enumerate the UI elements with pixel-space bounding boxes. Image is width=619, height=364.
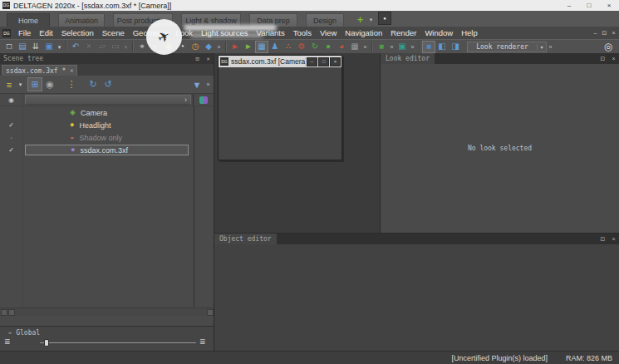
- document-window[interactable]: DG ssdax.com.3xf [Camera] – □ ×: [218, 55, 342, 160]
- minimize-icon[interactable]: –: [559, 0, 579, 11]
- refresh-icon[interactable]: ↻: [86, 77, 101, 91]
- rotate-tool-icon[interactable]: ↻: [308, 41, 322, 53]
- collapse-icon[interactable]: =: [8, 330, 12, 337]
- mouse-mode-icon[interactable]: ⌖: [135, 41, 149, 53]
- menu-scene[interactable]: Scene: [98, 28, 129, 37]
- maximize-icon[interactable]: □: [579, 0, 599, 11]
- panel-title[interactable]: Object editor: [214, 234, 277, 244]
- close-panel-icon[interactable]: ×: [608, 234, 619, 244]
- scene-tree-tab[interactable]: ssdax.com.3xf * ×: [2, 65, 77, 76]
- tree-row-headlight[interactable]: ✓ ● Headlight: [0, 119, 214, 131]
- float-panel-icon[interactable]: ⊡: [597, 54, 608, 64]
- menu-file[interactable]: File: [14, 28, 35, 37]
- render-target-icon[interactable]: ◎: [600, 40, 617, 53]
- gauge-tool-icon[interactable]: ◔: [175, 41, 189, 53]
- globe-edit-icon[interactable]: ◉: [42, 77, 57, 91]
- new-file-icon[interactable]: □: [2, 41, 16, 53]
- world-mode-icon[interactable]: ◐: [149, 41, 162, 53]
- comment-tool-icon[interactable]: ◆: [202, 41, 215, 53]
- close-panel-icon[interactable]: ×: [203, 54, 214, 64]
- close-icon[interactable]: ×: [330, 57, 341, 66]
- sphere-tool-icon[interactable]: ●: [322, 41, 335, 53]
- open-folder-icon[interactable]: ▤: [16, 41, 29, 53]
- menu-view[interactable]: View: [316, 28, 341, 37]
- snap-tool-icon[interactable]: ◉: [162, 41, 175, 53]
- overflow-icon[interactable]: »: [388, 41, 395, 53]
- panel-title[interactable]: Look editor: [381, 53, 435, 64]
- add-tab-caret-icon[interactable]: ▾: [367, 13, 375, 26]
- menu-edit[interactable]: Edit: [35, 28, 56, 37]
- overflow-icon[interactable]: »: [547, 41, 554, 53]
- adjust-tool-icon[interactable]: ⚙: [295, 41, 308, 53]
- cube-green-tool-icon[interactable]: ■: [375, 41, 388, 53]
- overflow-icon[interactable]: »: [215, 41, 223, 53]
- menu-render[interactable]: Render: [386, 28, 420, 37]
- quick-access-button[interactable]: ●: [378, 12, 391, 25]
- menu-geometry[interactable]: Geometry: [129, 28, 172, 37]
- save-icon[interactable]: ▣: [42, 41, 56, 53]
- viewport-area[interactable]: DG ssdax.com.3xf [Camera] – □ ×: [214, 53, 381, 233]
- maximize-icon[interactable]: □: [318, 57, 329, 66]
- horizontal-scrollbar[interactable]: [0, 307, 214, 316]
- tree-column-header[interactable]: ›: [25, 95, 191, 105]
- timeline-slider-handle[interactable]: [44, 339, 49, 347]
- box-teal-tool-icon[interactable]: ▣: [395, 41, 409, 53]
- mdi-minimize-icon[interactable]: –: [592, 28, 599, 38]
- timeline-track[interactable]: [40, 342, 196, 343]
- add-tab-button[interactable]: +: [354, 13, 366, 26]
- tab-post-production[interactable]: Post production: [113, 13, 173, 27]
- display-mode-icon[interactable]: ≡: [2, 77, 17, 91]
- minimize-icon[interactable]: –: [307, 57, 317, 66]
- expand-nodes-icon[interactable]: ⋮: [64, 77, 79, 91]
- translate-tool-icon[interactable]: ►: [242, 41, 255, 53]
- close-panel-icon[interactable]: ×: [608, 54, 619, 64]
- tab-design[interactable]: Design: [306, 13, 344, 27]
- visibility-checkbox[interactable]: ✓: [0, 121, 22, 129]
- scrollbar-button[interactable]: [207, 309, 214, 316]
- menu-help[interactable]: Help: [457, 28, 482, 37]
- look-renderer-dropdown[interactable]: Look renderer ▾: [467, 42, 547, 52]
- hierarchy-view-icon[interactable]: ⊞: [27, 77, 42, 91]
- material-ball-tool-icon[interactable]: ◕: [335, 41, 348, 53]
- keyframe-list-icon[interactable]: ≣: [4, 337, 11, 346]
- materials-column-header[interactable]: [193, 94, 214, 106]
- scrollbar-button[interactable]: [1, 309, 7, 316]
- mdi-close-icon[interactable]: ×: [610, 28, 617, 38]
- close-icon[interactable]: ×: [599, 0, 619, 11]
- menu-selection[interactable]: Selection: [57, 28, 98, 37]
- overflow-icon[interactable]: »: [409, 41, 416, 53]
- tab-home[interactable]: Home: [7, 13, 50, 27]
- tree-row-camera[interactable]: ◈ Camera: [0, 106, 214, 119]
- overflow-icon[interactable]: »: [204, 77, 212, 91]
- float-panel-icon[interactable]: ⊡: [192, 54, 203, 64]
- overflow-icon[interactable]: »: [361, 41, 369, 53]
- menu-window[interactable]: Window: [420, 28, 457, 37]
- tab-light-shadow[interactable]: Light & shadow: [181, 13, 241, 27]
- rect-select-tool-icon[interactable]: ▦: [255, 41, 268, 53]
- chevron-down-icon[interactable]: ▾: [17, 77, 24, 91]
- undo-icon[interactable]: ↶: [69, 41, 82, 53]
- close-tab-icon[interactable]: ×: [70, 67, 73, 74]
- keyframe-options-icon[interactable]: ≣: [199, 337, 206, 346]
- scrollbar-button[interactable]: [8, 309, 15, 316]
- bucket-fill-icon[interactable]: ◨: [449, 41, 462, 53]
- tree-row-shadow-only[interactable]: ▪ ◒ Shadow only: [0, 131, 214, 144]
- menu-light-sources[interactable]: Light sources: [197, 28, 253, 37]
- bucket-fill-icon[interactable]: ◧: [435, 41, 449, 53]
- pivot-tool-icon[interactable]: ♟: [268, 41, 282, 53]
- import-scene-icon[interactable]: ⇊: [29, 41, 42, 53]
- eye-icon[interactable]: ◉: [0, 94, 23, 106]
- menu-variants[interactable]: Variants: [253, 28, 289, 37]
- document-window-titlebar[interactable]: DG ssdax.com.3xf [Camera] – □ ×: [219, 56, 341, 67]
- visibility-checkbox[interactable]: ✓: [0, 146, 22, 154]
- menu-navigation[interactable]: Navigation: [341, 28, 386, 37]
- sync-icon[interactable]: ↺: [101, 77, 115, 91]
- tab-data-prep[interactable]: Data prep: [249, 13, 297, 27]
- menu-look[interactable]: Look: [171, 28, 197, 37]
- menu-tools[interactable]: Tools: [289, 28, 316, 37]
- tree-row-ssdax[interactable]: ✓ ● ssdax.com.3xf: [0, 144, 214, 156]
- grid-snap-tool-icon[interactable]: ▦: [348, 41, 361, 53]
- visibility-checkbox[interactable]: ▪: [0, 134, 22, 141]
- select-tool-icon[interactable]: ►: [228, 41, 242, 53]
- save-caret-icon[interactable]: ▾: [56, 41, 63, 53]
